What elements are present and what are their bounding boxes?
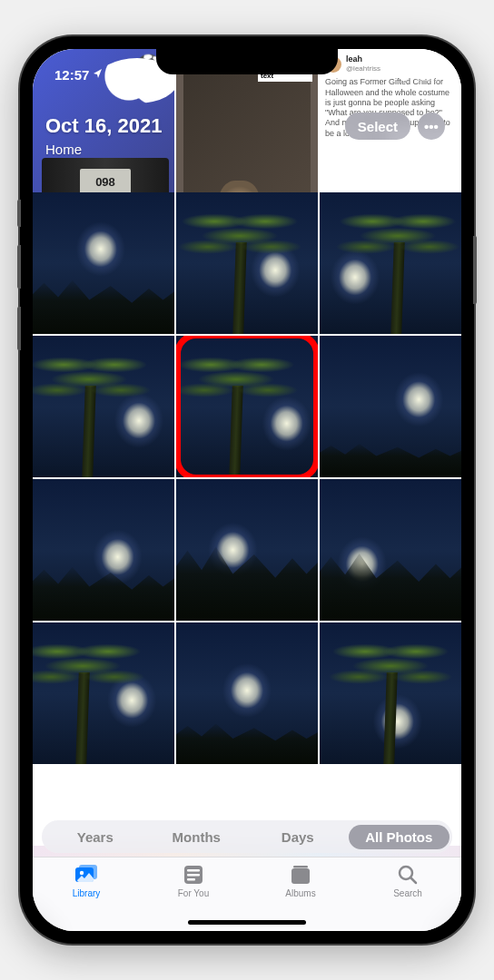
svg-rect-2 xyxy=(438,73,440,77)
highlight-annotation xyxy=(176,336,318,477)
photo-thumb[interactable] xyxy=(320,479,461,621)
tab-library-label: Library xyxy=(73,888,101,898)
photo-thumb[interactable] xyxy=(320,192,461,334)
photo-thumb[interactable] xyxy=(320,622,461,764)
filter-months[interactable]: Months xyxy=(146,825,248,849)
photo-thumb[interactable] xyxy=(320,336,461,477)
tab-foryou-label: For You xyxy=(178,888,209,898)
date-title: Oct 16, 2021 xyxy=(45,114,162,138)
svg-rect-11 xyxy=(293,866,308,868)
phone-frame: 12:57 Oct 16, 2021 Select xyxy=(20,36,474,944)
select-button[interactable]: Select xyxy=(345,113,410,140)
photo-thumb[interactable] xyxy=(176,622,318,764)
screen: 12:57 Oct 16, 2021 Select xyxy=(33,49,461,931)
tab-search-label: Search xyxy=(393,888,422,898)
tab-library[interactable]: Library xyxy=(33,863,140,931)
ellipsis-icon: ••• xyxy=(424,119,439,134)
photo-header: Oct 16, 2021 Select ••• Home xyxy=(33,103,461,162)
more-button[interactable]: ••• xyxy=(418,113,445,140)
battery-icon xyxy=(416,69,440,81)
photo-thumb[interactable] xyxy=(176,192,318,334)
photo-thumb[interactable] xyxy=(176,336,318,477)
svg-rect-1 xyxy=(418,71,435,79)
phone-side-button-right xyxy=(473,236,477,304)
filter-years[interactable]: Years xyxy=(44,825,146,849)
svg-rect-10 xyxy=(291,868,310,884)
photo-thumb[interactable] xyxy=(33,479,174,621)
photo-thumb[interactable] xyxy=(33,192,174,334)
status-time: 12:57 xyxy=(54,67,89,83)
search-icon xyxy=(395,863,420,887)
home-indicator[interactable] xyxy=(188,920,306,925)
filter-days[interactable]: Days xyxy=(247,825,349,849)
svg-point-5 xyxy=(80,871,84,875)
phone-side-buttons-left xyxy=(17,200,20,368)
photo-thumb[interactable] xyxy=(33,622,174,764)
notch xyxy=(156,49,338,74)
library-icon xyxy=(74,863,99,887)
albums-icon xyxy=(288,863,313,887)
photo-thumb[interactable] xyxy=(176,479,318,621)
location-arrow-icon xyxy=(93,68,104,82)
tab-search[interactable]: Search xyxy=(354,863,461,931)
caliper-readout: 098 xyxy=(80,169,131,194)
svg-rect-8 xyxy=(187,874,200,877)
wifi-icon xyxy=(396,69,411,81)
photo-thumb[interactable] xyxy=(33,336,174,477)
location-label: Home xyxy=(45,142,445,157)
photo-grid: 098 People who call instead of text Me l… xyxy=(33,49,461,931)
filter-bar: Years Months Days All Photos xyxy=(42,820,452,853)
svg-line-13 xyxy=(411,878,417,884)
svg-rect-9 xyxy=(187,878,195,881)
svg-rect-7 xyxy=(187,869,200,872)
status-left: 12:57 xyxy=(54,67,104,83)
tab-albums-label: Albums xyxy=(285,888,315,898)
status-right xyxy=(396,69,440,81)
filter-all-photos[interactable]: All Photos xyxy=(349,825,450,849)
foryou-icon xyxy=(181,863,206,887)
